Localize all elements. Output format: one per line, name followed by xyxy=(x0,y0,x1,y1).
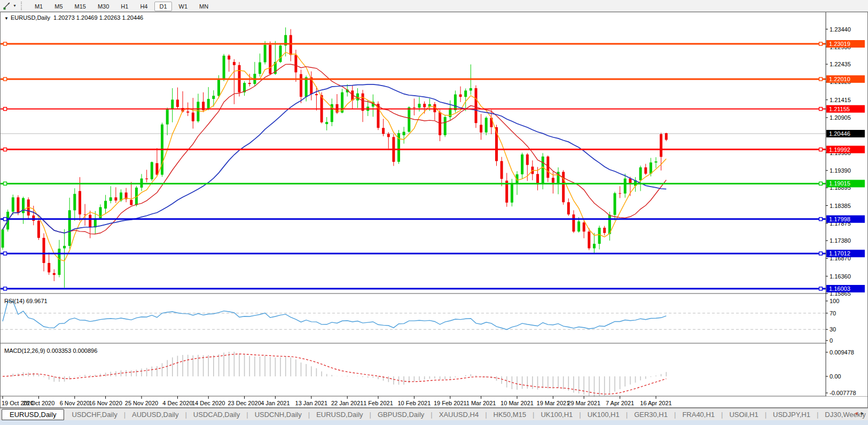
svg-text:1.18385: 1.18385 xyxy=(830,203,851,209)
svg-text:1.23440: 1.23440 xyxy=(830,26,851,33)
svg-text:22 Jan 2021: 22 Jan 2021 xyxy=(331,400,364,406)
collapse-triangle-icon[interactable]: ▼ xyxy=(4,16,9,21)
chart-tab-USOil-H1[interactable]: USOil,H1 xyxy=(723,409,764,420)
svg-text:1.17380: 1.17380 xyxy=(830,237,851,244)
chart-tab-XAUUSD-H4[interactable]: XAUUSD,H4 xyxy=(433,409,485,420)
svg-text:70: 70 xyxy=(830,310,836,316)
chart-tab-UK100-H1[interactable]: UK100,H1 xyxy=(581,409,626,420)
timeframe-button-MN[interactable]: MN xyxy=(194,2,213,11)
svg-text:1.23019: 1.23019 xyxy=(829,41,850,47)
svg-text:1.19992: 1.19992 xyxy=(829,146,850,153)
svg-text:0.009478: 0.009478 xyxy=(830,349,854,356)
chart-tab-USDJPY-H1[interactable]: USDJPY,H1 xyxy=(767,409,817,420)
svg-text:1 Mar 2021: 1 Mar 2021 xyxy=(466,400,496,406)
chart-tab-USDCHF-Daily[interactable]: USDCHF,Daily xyxy=(65,409,123,420)
timeframe-button-M1[interactable]: M1 xyxy=(30,2,48,11)
horizontal-level-lines[interactable] xyxy=(1,42,826,290)
svg-text:16 Nov 2020: 16 Nov 2020 xyxy=(89,400,122,406)
svg-text:14 Dec 2020: 14 Dec 2020 xyxy=(192,400,225,406)
timeframe-button-M30[interactable]: M30 xyxy=(93,2,114,11)
svg-text:4 Dec 2020: 4 Dec 2020 xyxy=(162,400,192,406)
tab-scroll-left-icon[interactable]: ◄ xyxy=(854,411,860,416)
chart-tab-HK50-M15[interactable]: HK50,M15 xyxy=(487,409,533,420)
chart-tab-USDCNH-Daily[interactable]: USDCNH,Daily xyxy=(248,409,308,420)
fast-ma-line xyxy=(3,52,666,261)
svg-text:13 Jan 2021: 13 Jan 2021 xyxy=(295,400,328,406)
timeframe-button-H1[interactable]: H1 xyxy=(116,2,133,11)
macd-indicator-label: MACD(12,26,9) 0.003353 0.000896 xyxy=(4,347,97,354)
timeframe-button-D1[interactable]: D1 xyxy=(154,2,171,11)
svg-text:1.17012: 1.17012 xyxy=(829,250,850,257)
svg-text:25 Nov 2020: 25 Nov 2020 xyxy=(125,400,158,406)
timeframe-button-M5[interactable]: M5 xyxy=(50,2,67,11)
top-toolbar: ▼ M1M5M15M30H1H4D1W1MN xyxy=(0,0,868,12)
chart-tab-UK100-H1[interactable]: UK100,H1 xyxy=(534,409,579,420)
svg-text:1.19390: 1.19390 xyxy=(830,167,851,174)
svg-text:1.19015: 1.19015 xyxy=(829,180,850,187)
chart-tab-GBPUSD-Daily[interactable]: GBPUSD,Daily xyxy=(371,409,431,420)
svg-text:19 Feb 2021: 19 Feb 2021 xyxy=(434,400,467,406)
svg-text:10 Mar 2021: 10 Mar 2021 xyxy=(501,400,534,406)
rsi-line xyxy=(3,302,666,330)
svg-text:0.00: 0.00 xyxy=(830,373,841,380)
chart-tab-AUDUSD-Daily[interactable]: AUDUSD,Daily xyxy=(126,409,185,420)
svg-text:16 Apr 2021: 16 Apr 2021 xyxy=(640,400,671,406)
chart-tab-bar: EURUSD,DailyUSDCHF,Daily|AUDUSD,Daily|US… xyxy=(0,408,868,420)
timeframe-button-W1[interactable]: W1 xyxy=(174,2,193,11)
chart-title-ohlc: 1.20273 1.20469 1.20263 1.20446 xyxy=(53,14,143,21)
tab-scroll-arrows: ◄► xyxy=(854,411,866,416)
svg-text:1.22010: 1.22010 xyxy=(829,76,850,82)
chart-tab-EURUSD-Daily[interactable]: EURUSD,Daily xyxy=(2,409,64,420)
chart-title-symbol: EURUSD,Daily xyxy=(11,14,50,21)
chart-canvas[interactable]: 1.234401.229301.224351.219251.214151.209… xyxy=(1,12,867,407)
chart-tab-GER30-H1[interactable]: GER30,H1 xyxy=(628,409,674,420)
macd-histogram xyxy=(3,352,666,397)
toolbar-grip[interactable] xyxy=(21,2,25,10)
svg-text:-0.007778: -0.007778 xyxy=(830,390,856,396)
slow-ma-line xyxy=(3,84,666,233)
svg-text:6 Nov 2020: 6 Nov 2020 xyxy=(60,400,90,406)
svg-text:29 Mar 2021: 29 Mar 2021 xyxy=(567,400,600,406)
svg-text:1.20905: 1.20905 xyxy=(830,114,851,121)
svg-text:1.20446: 1.20446 xyxy=(829,130,850,137)
timeframe-buttons: M1M5M15M30H1H4D1W1MN xyxy=(29,1,214,11)
svg-text:30: 30 xyxy=(830,326,836,333)
timeframe-button-M15[interactable]: M15 xyxy=(70,2,91,11)
dropdown-caret-icon[interactable]: ▼ xyxy=(13,4,17,7)
status-strip xyxy=(0,420,868,425)
candlesticks xyxy=(2,27,668,288)
svg-text:0: 0 xyxy=(830,337,833,344)
svg-text:4 Jan 2021: 4 Jan 2021 xyxy=(261,400,290,406)
svg-text:1.16003: 1.16003 xyxy=(829,285,850,292)
svg-text:1.17998: 1.17998 xyxy=(829,216,850,222)
svg-text:100: 100 xyxy=(830,298,839,304)
timeframe-button-H4[interactable]: H4 xyxy=(135,2,152,11)
macd-signal-line xyxy=(3,354,666,394)
svg-text:1.16360: 1.16360 xyxy=(830,273,851,280)
chart-tab-FRA40-H1[interactable]: FRA40,H1 xyxy=(676,409,721,420)
rsi-indicator-label: RSI(14) 69.9671 xyxy=(4,298,48,304)
chart-tab-USDCAD-Daily[interactable]: USDCAD,Daily xyxy=(187,409,246,420)
svg-text:19 Mar 2021: 19 Mar 2021 xyxy=(537,400,570,406)
svg-text:7 Apr 2021: 7 Apr 2021 xyxy=(606,400,634,406)
time-axis[interactable]: 19 Oct 202028 Oct 20206 Nov 202016 Nov 2… xyxy=(2,396,672,406)
svg-text:10 Feb 2021: 10 Feb 2021 xyxy=(398,400,431,406)
svg-text:28 Oct 2020: 28 Oct 2020 xyxy=(22,400,54,406)
svg-text:1.21415: 1.21415 xyxy=(830,97,851,103)
chart-title: ▼EURUSD,Daily 1.20273 1.20469 1.20263 1.… xyxy=(4,14,143,27)
chart-window: ▼EURUSD,Daily 1.20273 1.20469 1.20263 1.… xyxy=(0,12,868,408)
svg-text:1.21155: 1.21155 xyxy=(829,106,850,112)
trendline-cursor-icon[interactable] xyxy=(2,1,12,11)
svg-text:1 Feb 2021: 1 Feb 2021 xyxy=(363,400,393,406)
tab-scroll-right-icon[interactable]: ► xyxy=(860,411,866,416)
chart-tab-EURUSD-Daily[interactable]: EURUSD,Daily xyxy=(310,409,369,420)
svg-text:1.22435: 1.22435 xyxy=(830,61,851,67)
chart-tabs: EURUSD,DailyUSDCHF,Daily|AUDUSD,Daily|US… xyxy=(1,409,868,420)
svg-text:23 Dec 2020: 23 Dec 2020 xyxy=(228,400,261,406)
